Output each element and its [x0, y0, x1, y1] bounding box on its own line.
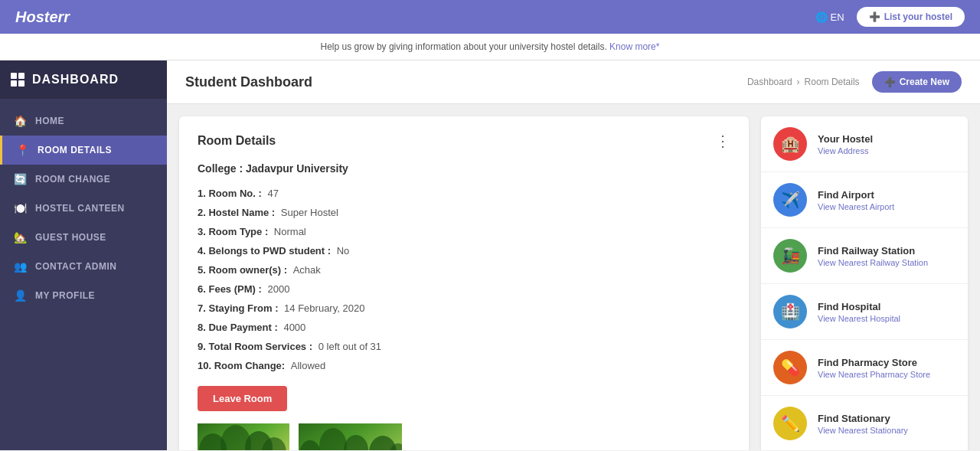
college-label: College : [198, 162, 243, 175]
right-sidebar: 🏨 Your Hostel View Address ✈️ Find Airpo… [761, 116, 968, 450]
stationary-text: Find Stationary View Nearest Stationary [818, 413, 908, 435]
sidebar-item-profile-label: MY PROFILE [35, 290, 95, 301]
sidebar-nav: 🏠 HOME 📍 ROOM DETAILS 🔄 ROOM CHANGE 🍽️ H… [0, 99, 167, 450]
field-value-4: Achak [293, 264, 321, 276]
create-new-button[interactable]: ➕ Create New [872, 71, 962, 93]
hospital-text: Find Hospital View Nearest Hospital [818, 301, 900, 323]
sidebar-item-guest-house-label: GUEST HOUSE [35, 232, 106, 243]
topbar: Hosterr 🌐 EN ➕ List your hostel [0, 0, 980, 34]
your-hostel-item[interactable]: 🏨 Your Hostel View Address [761, 116, 968, 172]
field-label-9: Room Change: [214, 360, 285, 371]
field-value-7: 4000 [283, 322, 305, 333]
field-num-4: 5. [198, 264, 206, 276]
field-num-9: 10. [198, 360, 211, 371]
hostel-sub: View Address [818, 146, 873, 155]
pharmacy-sub: View Nearest Pharmacy Store [818, 370, 930, 379]
room-image-2 [299, 423, 402, 450]
sidebar-item-room-details-label: ROOM DETAILS [38, 145, 112, 155]
sidebar-item-room-change-label: ROOM CHANGE [35, 174, 110, 185]
find-railway-item[interactable]: 🚂 Find Railway Station View Nearest Rail… [761, 228, 968, 284]
create-new-icon: ➕ [884, 77, 896, 87]
field-value-5: 2000 [267, 283, 289, 295]
field-label-7: Due Payment : [208, 322, 277, 333]
field-value-3: No [337, 245, 350, 257]
room-images [198, 423, 730, 450]
pharmacy-text: Find Pharmacy Store View Nearest Pharmac… [818, 357, 930, 379]
find-pharmacy-item[interactable]: 💊 Find Pharmacy Store View Nearest Pharm… [761, 340, 968, 396]
stationary-title: Find Stationary [818, 413, 908, 424]
room-details-card: Room Details ⋮ College : Jadavpur Univer… [179, 116, 749, 450]
find-airport-item[interactable]: ✈️ Find Airport View Nearest Airport [761, 172, 968, 228]
breadcrumb-home: Dashboard [747, 77, 792, 87]
room-detail-row-9: 10. Room Change: Allowed [198, 356, 730, 375]
room-detail-row-0: 1. Room No. : 47 [198, 184, 730, 203]
hospital-sub: View Nearest Hospital [818, 314, 900, 323]
list-hostel-button[interactable]: ➕ List your hostel [857, 7, 965, 27]
room-detail-row-3: 4. Belongs to PWD student : No [198, 241, 730, 260]
sidebar-item-contact-admin[interactable]: 👥 CONTACT ADMIN [0, 252, 167, 281]
room-change-icon: 🔄 [14, 173, 28, 185]
find-hospital-item[interactable]: 🏥 Find Hospital View Nearest Hospital [761, 284, 968, 340]
field-value-2: Normal [274, 226, 306, 237]
pharmacy-title: Find Pharmacy Store [818, 357, 930, 368]
language-label: EN [831, 11, 844, 23]
railway-text: Find Railway Station View Nearest Railwa… [818, 245, 928, 267]
field-label-8: Total Room Services : [208, 341, 312, 352]
contact-icon: 👥 [14, 260, 28, 273]
college-value: Jadavpur University [246, 162, 348, 175]
field-value-8: 0 left out of 31 [318, 341, 381, 352]
options-menu-button[interactable]: ⋮ [715, 132, 730, 150]
sidebar-header: DASHBOARD [0, 60, 167, 99]
field-label-6: Staying From : [208, 302, 278, 314]
room-detail-row-7: 8. Due Payment : 4000 [198, 318, 730, 337]
sidebar-item-my-profile[interactable]: 👤 MY PROFILE [0, 281, 167, 310]
dashboard-icon [11, 73, 24, 87]
sidebar-item-home-label: HOME [35, 116, 64, 126]
know-more-link[interactable]: Know more* [609, 41, 659, 52]
main-header: Student Dashboard Dashboard › Room Detai… [167, 60, 980, 104]
railway-sub: View Nearest Railway Station [818, 258, 928, 267]
guest-house-icon: 🏡 [14, 231, 28, 243]
field-num-6: 7. [198, 302, 206, 314]
field-num-7: 8. [198, 322, 206, 333]
card-header: Room Details ⋮ [198, 132, 730, 150]
room-detail-row-2: 3. Room Type : Normal [198, 222, 730, 241]
field-label-1: Hostel Name : [208, 207, 275, 218]
sidebar-item-room-details[interactable]: 📍 ROOM DETAILS [0, 136, 167, 165]
field-value-0: 47 [267, 188, 278, 199]
room-detail-row-1: 2. Hostel Name : Super Hostel [198, 203, 730, 222]
breadcrumb-separator: › [797, 77, 800, 87]
breadcrumb-current: Room Details [805, 77, 860, 87]
sidebar-item-home[interactable]: 🏠 HOME [0, 106, 167, 136]
leave-room-button[interactable]: Leave Room [198, 386, 287, 411]
find-stationary-item[interactable]: ✏️ Find Stationary View Nearest Stationa… [761, 396, 968, 450]
room-detail-row-8: 9. Total Room Services : 0 left out of 3… [198, 337, 730, 356]
hospital-title: Find Hospital [818, 301, 900, 312]
room-image-1 [198, 423, 289, 450]
page-title: Student Dashboard [185, 74, 312, 90]
field-num-2: 3. [198, 226, 206, 237]
sidebar-item-room-change[interactable]: 🔄 ROOM CHANGE [0, 165, 167, 194]
field-label-4: Room owner(s) : [208, 264, 287, 276]
airport-text: Find Airport View Nearest Airport [818, 189, 894, 211]
card-title: Room Details [198, 134, 276, 148]
language-selector[interactable]: 🌐 EN [815, 11, 844, 23]
sidebar-item-guest-house[interactable]: 🏡 GUEST HOUSE [0, 223, 167, 252]
hospital-icon: 🏥 [773, 295, 807, 328]
topbar-right: 🌐 EN ➕ List your hostel [815, 7, 965, 27]
plus-icon: ➕ [869, 11, 880, 22]
sidebar-item-hostel-canteen[interactable]: 🍽️ HOSTEL CANTEEN [0, 194, 167, 223]
airport-title: Find Airport [818, 189, 894, 201]
field-num-5: 6. [198, 283, 206, 295]
airport-sub: View Nearest Airport [818, 202, 894, 211]
field-value-9: Allowed [291, 360, 326, 371]
field-num-1: 2. [198, 207, 206, 218]
field-value-6: 14 February, 2020 [284, 302, 364, 314]
stationary-icon: ✏️ [773, 407, 807, 440]
field-label-0: Room No. : [208, 188, 261, 199]
main-content: Student Dashboard Dashboard › Room Detai… [167, 60, 980, 450]
app-logo: Hosterr [15, 8, 70, 26]
room-details-icon: 📍 [16, 144, 30, 156]
field-num-8: 9. [198, 341, 206, 352]
railway-title: Find Railway Station [818, 245, 928, 257]
